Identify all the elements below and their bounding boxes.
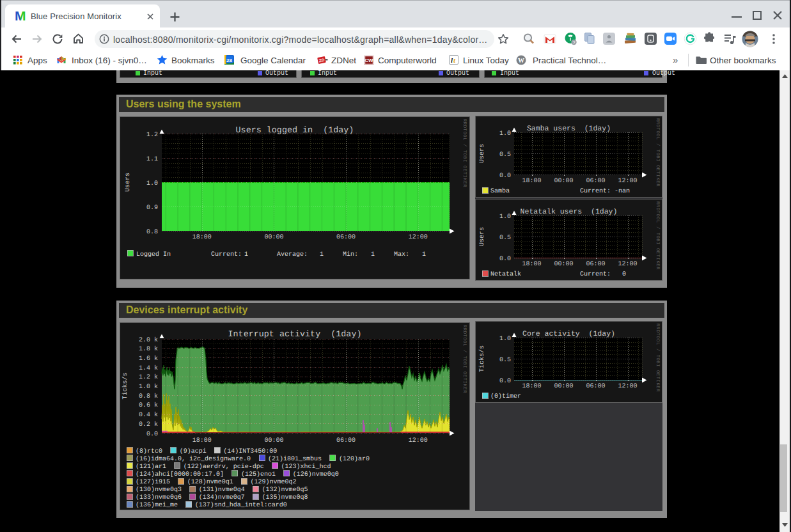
- svg-text:(128)nvme0q1: (128)nvme0q1: [187, 478, 233, 486]
- svg-text:Current:: Current:: [580, 271, 611, 278]
- svg-text:(8)rtc0: (8)rtc0: [136, 448, 162, 455]
- svg-text:18:00: 18:00: [522, 178, 542, 185]
- svg-text:RRDTOOL / TOBI OETIKER: RRDTOOL / TOBI OETIKER: [655, 118, 661, 187]
- svg-text:00:00: 00:00: [554, 383, 574, 390]
- svg-text:(137)snd_hda_intel:card0: (137)snd_hda_intel:card0: [195, 501, 287, 509]
- svg-text:Current:: Current:: [580, 188, 611, 195]
- svg-text:CW: CW: [364, 58, 373, 63]
- svg-text:M: M: [15, 10, 26, 22]
- svg-text:0.0: 0.0: [499, 173, 511, 180]
- svg-text:1.1: 1.1: [146, 156, 158, 163]
- svg-text:1.6 k: 1.6 k: [139, 355, 158, 363]
- svg-text:Users: Users: [479, 227, 486, 246]
- svg-text:1.2: 1.2: [146, 132, 158, 139]
- svg-text:00:00: 00:00: [554, 261, 574, 268]
- svg-text:?: ?: [572, 40, 575, 45]
- svg-text:Ticks/s: Ticks/s: [478, 345, 486, 372]
- svg-text:(14)INT3450:00: (14)INT3450:00: [223, 448, 277, 455]
- svg-text:28: 28: [226, 58, 232, 63]
- svg-text:(136)mei_me: (136)mei_me: [136, 501, 178, 509]
- svg-text:0.9: 0.9: [146, 205, 158, 212]
- svg-text:(134)nvme0q7: (134)nvme0q7: [199, 494, 245, 501]
- svg-text:(135)nvme0q8: (135)nvme0q8: [262, 494, 308, 501]
- svg-text:2.0 k: 2.0 k: [139, 336, 158, 344]
- svg-text:12:00: 12:00: [409, 437, 428, 444]
- svg-text:Netatalk: Netatalk: [490, 270, 521, 278]
- svg-text:RRDTOOL / TOBI OETIKER: RRDTOOL / TOBI OETIKER: [462, 325, 467, 393]
- svg-text:Logged In: Logged In: [136, 251, 171, 258]
- svg-text:Netatalk users (1day): Netatalk users (1day): [521, 208, 618, 216]
- svg-text:RRDTOOL / TOBI OETIKER: RRDTOOL / TOBI OETIKER: [655, 324, 661, 392]
- svg-text:-nan: -nan: [615, 188, 630, 195]
- svg-text:Min:: Min:: [343, 251, 358, 258]
- svg-text:Samba users (1day): Samba users (1day): [527, 125, 611, 133]
- svg-text:1.0: 1.0: [499, 130, 511, 137]
- svg-text:1: 1: [422, 251, 426, 258]
- svg-text:12:00: 12:00: [618, 178, 638, 185]
- svg-text:(124)ahci[0000:00:17.0]: (124)ahci[0000:00:17.0]: [136, 471, 224, 478]
- svg-text:06:00: 06:00: [336, 437, 356, 444]
- svg-text:RRDTOOL / TOBI OETIKER: RRDTOOL / TOBI OETIKER: [655, 201, 661, 270]
- svg-text:Users: Users: [479, 144, 486, 163]
- svg-text:1.2 k: 1.2 k: [139, 373, 158, 381]
- svg-text:(126)nvme0q0: (126)nvme0q0: [293, 471, 339, 478]
- svg-text:(0)timer: (0)timer: [490, 393, 521, 400]
- svg-text:06:00: 06:00: [586, 383, 606, 390]
- svg-text:(127)i915: (127)i915: [136, 478, 170, 486]
- svg-text:(123)xhci_hcd: (123)xhci_hcd: [281, 463, 331, 471]
- svg-text:12:00: 12:00: [618, 383, 638, 390]
- svg-text:(120)ar0: (120)ar0: [339, 455, 370, 463]
- svg-text:(130)nvme0q3: (130)nvme0q3: [136, 486, 182, 494]
- svg-text:Current:: Current:: [211, 251, 242, 258]
- svg-text:1.4 k: 1.4 k: [139, 364, 158, 372]
- svg-text:Samba: Samba: [490, 187, 510, 195]
- svg-text:(132)nvme0q5: (132)nvme0q5: [262, 486, 308, 494]
- svg-text:1: 1: [320, 251, 324, 258]
- svg-text:12:00: 12:00: [409, 234, 428, 241]
- svg-text:Users: Users: [125, 173, 132, 192]
- svg-text:0.8: 0.8: [146, 229, 158, 236]
- svg-text:0.5: 0.5: [499, 235, 511, 242]
- svg-text:1: 1: [244, 251, 248, 258]
- svg-text:06:00: 06:00: [336, 234, 356, 241]
- svg-text:0.6 k: 0.6 k: [139, 402, 158, 409]
- svg-text:18:00: 18:00: [192, 437, 212, 444]
- svg-text:(16)idma64.0, i2c_designware.0: (16)idma64.0, i2c_designware.0: [136, 455, 251, 463]
- svg-text:Interrupt activity (1day): Interrupt activity (1day): [228, 330, 362, 340]
- svg-text:00:00: 00:00: [264, 234, 283, 241]
- svg-text:(21)i801_smbus: (21)i801_smbus: [268, 455, 322, 463]
- svg-text:Average:: Average:: [277, 251, 308, 258]
- svg-text:Core activity (1day): Core activity (1day): [522, 330, 615, 338]
- svg-text:(121)ar1: (121)ar1: [136, 463, 166, 471]
- svg-text:0.0: 0.0: [146, 431, 158, 438]
- svg-text:1.0: 1.0: [499, 214, 511, 221]
- svg-text:Users logged in (1day): Users logged in (1day): [236, 126, 354, 136]
- svg-text:Ticks/s: Ticks/s: [121, 372, 129, 399]
- svg-text:0.8 k: 0.8 k: [139, 393, 158, 400]
- svg-text:06:00: 06:00: [586, 178, 606, 185]
- svg-text:RRDTOOL / TOBI OETIKER: RRDTOOL / TOBI OETIKER: [462, 119, 467, 187]
- svg-text:1.0: 1.0: [146, 180, 158, 187]
- svg-text:0: 0: [622, 271, 626, 278]
- svg-text:(9)acpi: (9)acpi: [180, 448, 207, 455]
- svg-text:06:00: 06:00: [586, 261, 606, 268]
- svg-text:12:00: 12:00: [618, 261, 638, 268]
- svg-text:00:00: 00:00: [264, 437, 283, 444]
- svg-text:00:00: 00:00: [554, 178, 574, 185]
- svg-text:0.0: 0.0: [499, 378, 511, 385]
- svg-text:18:00: 18:00: [522, 261, 542, 268]
- svg-text:0.5: 0.5: [499, 152, 511, 159]
- svg-text:0.0: 0.0: [499, 256, 511, 263]
- svg-text:18:00: 18:00: [192, 234, 212, 241]
- svg-text:0.5: 0.5: [499, 357, 511, 364]
- svg-text:(133)nvme0q6: (133)nvme0q6: [136, 494, 182, 501]
- svg-text:18:00: 18:00: [522, 383, 542, 390]
- svg-text:1.0: 1.0: [499, 336, 511, 343]
- svg-text:0.2 k: 0.2 k: [139, 421, 158, 428]
- svg-text:(122)aerdrv, pcie-dpc: (122)aerdrv, pcie-dpc: [184, 463, 264, 471]
- svg-text:(129)nvme0q2: (129)nvme0q2: [250, 478, 296, 486]
- svg-text:Max:: Max:: [394, 251, 409, 258]
- svg-text:1: 1: [371, 251, 375, 258]
- svg-text:1.8 k: 1.8 k: [139, 345, 158, 353]
- svg-text:W: W: [518, 57, 524, 64]
